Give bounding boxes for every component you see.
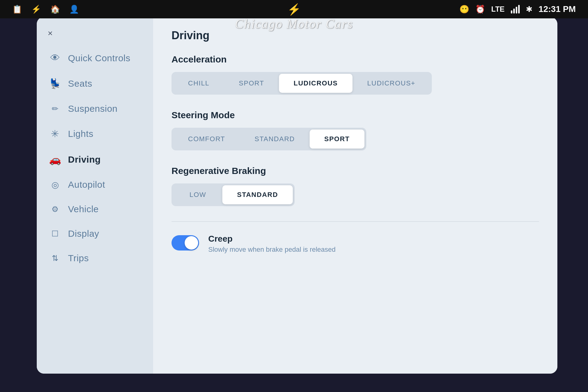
acceleration-section: Acceleration CHILL SPORT LUDICROUS LUDIC… [172,54,539,95]
toggle-knob [185,236,198,250]
sidebar-item-display[interactable]: ☐ Display [43,223,147,244]
sidebar-label-driving: Driving [68,154,101,165]
acceleration-ludicrous[interactable]: LUDICROUS [279,74,352,93]
sidebar-item-lights[interactable]: ✳ Lights [43,123,147,145]
regen-braking-title: Regenerative Braking [172,166,539,176]
sidebar-item-trips[interactable]: ⇅ Trips [43,247,147,269]
clock: 12:31 PM [539,4,576,14]
regen-braking-section: Regenerative Braking LOW STANDARD [172,166,539,206]
sidebar-item-autopilot[interactable]: ◎ Autopilot [43,174,147,195]
person-icon: 👤 [69,5,79,14]
close-button[interactable]: × [43,26,58,41]
trips-icon: ⇅ [49,254,61,263]
acceleration-chill[interactable]: CHILL [173,74,224,93]
suspension-icon: ✏ [49,104,61,114]
steering-sport[interactable]: SPORT [310,130,364,149]
sidebar-label-vehicle: Vehicle [68,204,99,214]
face-icon: 😶 [459,5,469,14]
home-icon: 🏠 [50,5,60,14]
seats-icon: 💺 [49,78,61,89]
sidebar: × 👁 Quick Controls 💺 Seats ✏ Suspension … [37,17,153,374]
sidebar-item-driving[interactable]: 🚗 Driving [43,148,147,171]
steering-standard[interactable]: STANDARD [240,130,309,149]
sidebar-item-suspension[interactable]: ✏ Suspension [43,98,147,119]
page-title: Driving [172,29,539,42]
quick-controls-icon: 👁 [49,52,61,64]
autopilot-icon: ◎ [49,180,61,190]
sidebar-label-lights: Lights [68,129,93,139]
status-bar: 📋 ⚡ 🏠 👤 😶 ⏰ LTE ✱ 12:31 PM [0,0,588,18]
acceleration-title: Acceleration [172,54,539,65]
acceleration-sport[interactable]: SPORT [224,74,279,93]
sidebar-item-seats[interactable]: 💺 Seats [43,72,147,95]
vehicle-icon: ⚙ [49,205,61,214]
acceleration-options: CHILL SPORT LUDICROUS LUDICROUS+ [172,72,432,95]
driving-icon: 🚗 [49,154,61,165]
lightning-icon: ⚡ [31,5,41,14]
main-panel: × 👁 Quick Controls 💺 Seats ✏ Suspension … [37,17,557,374]
creep-label: Creep [208,234,336,244]
steering-comfort[interactable]: COMFORT [173,130,240,149]
signal-bars [511,5,520,13]
clipboard-icon: 📋 [12,5,22,14]
sidebar-label-trips: Trips [68,253,89,263]
steering-mode-section: Steering Mode COMFORT STANDARD SPORT [172,110,539,150]
sidebar-label-suspension: Suspension [68,104,118,114]
sidebar-item-quick-controls[interactable]: 👁 Quick Controls [43,47,147,69]
sidebar-label-display: Display [68,228,99,239]
sidebar-label-seats: Seats [68,78,92,89]
acceleration-ludicrous-plus[interactable]: LUDICROUS+ [352,74,430,93]
sidebar-label-autopilot: Autopilot [68,179,105,190]
creep-section: Creep Slowly move when brake pedal is re… [172,234,539,254]
sidebar-item-vehicle[interactable]: ⚙ Vehicle [43,198,147,220]
creep-sublabel: Slowly move when brake pedal is released [208,246,336,254]
steering-mode-options: COMFORT STANDARD SPORT [172,128,366,150]
status-bar-left: 📋 ⚡ 🏠 👤 [12,5,79,14]
main-content: Driving Acceleration CHILL SPORT LUDICRO… [153,17,557,374]
display-icon: ☐ [49,229,61,239]
lte-label: LTE [491,5,505,13]
regen-standard[interactable]: STANDARD [222,185,293,204]
sidebar-label-quick-controls: Quick Controls [68,53,130,63]
alarm-icon: ⏰ [475,5,485,14]
bluetooth-icon: ✱ [526,5,533,14]
lights-icon: ✳ [49,128,61,140]
content-divider [172,221,539,222]
creep-labels: Creep Slowly move when brake pedal is re… [208,234,336,254]
creep-toggle[interactable] [172,235,199,251]
regen-low[interactable]: LOW [173,185,222,204]
regen-braking-options: LOW STANDARD [172,183,295,206]
status-bar-right: 😶 ⏰ LTE ✱ 12:31 PM [459,4,576,14]
steering-mode-title: Steering Mode [172,110,539,120]
